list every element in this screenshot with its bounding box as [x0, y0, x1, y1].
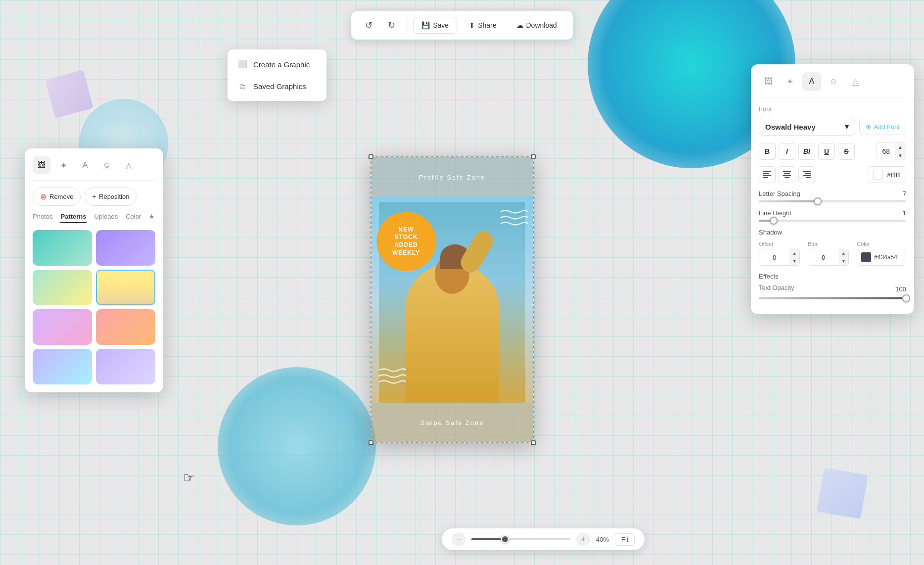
strikethrough-button[interactable]: S: [838, 143, 855, 160]
italic-button[interactable]: I: [779, 143, 795, 160]
saved-graphics-icon: 🗂: [237, 81, 247, 91]
letter-spacing-header: Letter Spacing 7: [759, 190, 906, 197]
shadow-color-box: [861, 252, 871, 262]
line-height-header: Line Height 1: [759, 209, 906, 217]
offset-arrows: ▲ ▼: [789, 249, 799, 265]
create-graphic-item[interactable]: ⬜ Create a Graphic: [228, 53, 326, 75]
font-size-up[interactable]: ▲: [895, 143, 906, 151]
effects-label: Effects: [759, 273, 906, 280]
sub-tab-photos[interactable]: Photos: [33, 213, 52, 223]
reposition-button[interactable]: + Reposition: [85, 188, 137, 206]
panel-tab-image[interactable]: 🖼: [33, 156, 50, 174]
right-tab-magic[interactable]: ✦: [781, 72, 799, 91]
align-center-button[interactable]: [779, 166, 795, 183]
add-font-button[interactable]: ⊕ Add Font: [859, 119, 906, 135]
shadow-color-swatch[interactable]: #434a54: [857, 249, 906, 266]
action-buttons: ⊗ Remove + Reposition: [33, 188, 155, 206]
saved-graphics-item[interactable]: 🗂 Saved Graphics: [228, 75, 326, 97]
line-height-slider[interactable]: [759, 220, 906, 222]
bold-italic-button[interactable]: BI: [798, 143, 815, 160]
font-section-label: Font: [759, 105, 906, 113]
panel-tab-magic[interactable]: ✦: [54, 156, 72, 174]
text-opacity-value: 100: [895, 285, 906, 293]
right-panel: 🖼 ✦ A ☺ △ Font Oswald Heavy ▾ ⊕ Add Font…: [751, 64, 914, 314]
svg-rect-2: [763, 175, 771, 176]
right-tab-image[interactable]: 🖼: [759, 72, 778, 91]
fit-button[interactable]: Fit: [615, 533, 635, 546]
text-opacity-slider[interactable]: [759, 297, 906, 299]
reposition-label: Reposition: [99, 193, 129, 200]
text-format-row: B I BI U S 68 ▲ ▼: [759, 142, 906, 160]
redo-button[interactable]: ↻: [382, 16, 401, 35]
download-label: Download: [526, 21, 557, 29]
color-swatch-3[interactable]: [33, 270, 92, 305]
right-tab-emoji[interactable]: ☺: [824, 72, 843, 91]
undo-button[interactable]: ↺: [359, 16, 378, 35]
profile-safe-zone: Profile Safe Zone: [371, 157, 533, 197]
align-left-button[interactable]: [759, 166, 776, 183]
line-height-label: Line Height: [759, 209, 791, 217]
svg-rect-9: [805, 173, 811, 174]
remove-button[interactable]: ⊗ Remove: [33, 188, 81, 206]
shadow-section: Shadow Offset 0 ▲ ▼ Blur 0 ▲ ▼: [759, 229, 906, 266]
text-color-preview[interactable]: #ffffff: [868, 166, 906, 183]
dropdown-menu: ⬜ Create a Graphic 🗂 Saved Graphics: [228, 49, 326, 101]
font-dropdown[interactable]: Oswald Heavy ▾: [759, 118, 855, 136]
download-button[interactable]: ☁ Download: [508, 17, 565, 33]
letter-spacing-label: Letter Spacing: [759, 190, 800, 197]
zoom-in-button[interactable]: +: [576, 532, 590, 546]
color-swatch-6[interactable]: [96, 309, 155, 345]
offset-up[interactable]: ▲: [789, 249, 799, 257]
zoom-thumb[interactable]: [501, 535, 509, 543]
panel-tab-text[interactable]: A: [76, 156, 94, 174]
sub-tab-star[interactable]: ★: [149, 213, 155, 223]
offset-down[interactable]: ▼: [789, 257, 799, 265]
save-label: Save: [433, 21, 449, 29]
letter-spacing-row: Letter Spacing 7: [759, 190, 906, 202]
shadow-blur-col: Blur 0 ▲ ▼: [808, 241, 849, 266]
line-height-thumb[interactable]: [770, 217, 778, 225]
align-row: #ffffff: [759, 166, 906, 183]
share-button[interactable]: ⬆ Share: [461, 17, 504, 33]
swipe-zone-text: Swipe Safe Zone: [420, 419, 484, 426]
color-swatch-1[interactable]: [33, 230, 92, 266]
letter-spacing-thumb[interactable]: [814, 197, 822, 205]
letter-spacing-slider[interactable]: [759, 200, 906, 202]
color-swatches-grid: [33, 230, 155, 384]
remove-label: Remove: [49, 193, 73, 200]
text-opacity-row: Text Opacity 100: [759, 284, 906, 299]
add-font-icon: ⊕: [866, 123, 871, 131]
create-graphic-icon: ⬜: [237, 59, 247, 69]
shadow-offset-input: 0 ▲ ▼: [759, 249, 800, 266]
right-tab-shape[interactable]: △: [846, 72, 865, 91]
panel-tab-emoji[interactable]: ☺: [98, 156, 116, 174]
blur-down[interactable]: ▼: [838, 257, 848, 265]
color-swatch-5[interactable]: [33, 309, 92, 345]
design-canvas[interactable]: Profile Safe Zone NEWSTOCKADDEDWEEKLY: [370, 156, 534, 443]
align-right-button[interactable]: [798, 166, 815, 183]
font-size-down[interactable]: ▼: [895, 151, 906, 160]
panel-tab-shape[interactable]: △: [120, 156, 138, 174]
sub-tab-color[interactable]: Color: [126, 213, 141, 223]
color-swatch-7[interactable]: [33, 349, 92, 384]
toolbar-divider: [407, 18, 407, 32]
share-icon: ⬆: [469, 21, 475, 29]
right-tab-text[interactable]: A: [802, 72, 821, 91]
svg-rect-0: [763, 171, 771, 172]
text-color-hex: #ffffff: [887, 171, 901, 179]
bold-button[interactable]: B: [759, 143, 776, 160]
share-label: Share: [478, 21, 496, 29]
zoom-slider[interactable]: [471, 538, 570, 540]
color-swatch-4[interactable]: [96, 270, 155, 305]
zoom-out-button[interactable]: −: [452, 532, 465, 546]
save-button[interactable]: 💾 Save: [413, 17, 457, 34]
underline-button[interactable]: U: [818, 143, 835, 160]
sub-tab-patterns[interactable]: Patterns: [60, 213, 86, 223]
text-opacity-thumb[interactable]: [902, 294, 910, 302]
color-swatch-2[interactable]: [96, 230, 155, 266]
download-icon: ☁: [516, 21, 523, 29]
blur-up[interactable]: ▲: [838, 249, 848, 257]
sub-tab-uploads[interactable]: Uploads: [94, 213, 118, 223]
swipe-safe-zone: Swipe Safe Zone: [371, 403, 533, 442]
color-swatch-8[interactable]: [96, 349, 155, 384]
